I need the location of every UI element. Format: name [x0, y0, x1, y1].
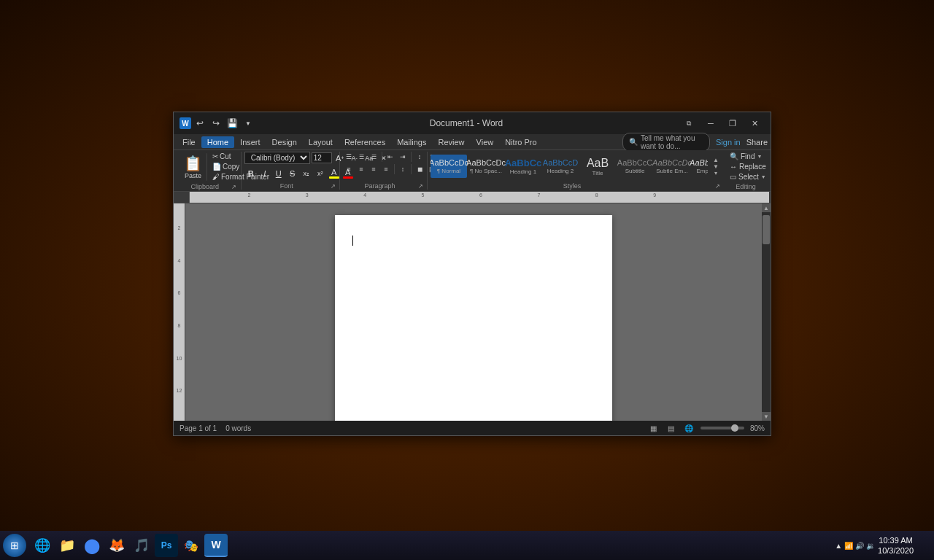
web-layout-btn[interactable]: 🌐	[683, 423, 695, 433]
highlight-btn[interactable]: A	[328, 167, 341, 180]
align-right-btn[interactable]: ≡	[368, 164, 379, 174]
find-btn[interactable]: 🔍 Find ▼	[727, 152, 765, 161]
system-tray: ▲ 📶 🔊 🔉	[835, 542, 875, 550]
read-mode-btn[interactable]: ▤	[665, 423, 677, 433]
cut-icon: ✂	[212, 152, 218, 160]
clipboard-group: 📋 Paste ✂ Cut 📄 Copy	[177, 152, 242, 190]
title-bar-tools: ↩ ↪ 💾 ▼	[194, 117, 254, 129]
paste-button[interactable]: 📋 Paste	[180, 153, 207, 181]
share-btn[interactable]: Share	[746, 138, 768, 147]
strikethrough-btn[interactable]: S	[286, 168, 299, 179]
line-spacing-btn[interactable]: ↕	[397, 164, 409, 174]
bullets-btn[interactable]: ☰	[343, 152, 355, 162]
menu-view[interactable]: View	[471, 136, 500, 148]
bold-btn[interactable]: B	[244, 168, 258, 179]
menu-references[interactable]: References	[339, 136, 391, 148]
increase-indent-btn[interactable]: ⇥	[397, 152, 409, 162]
sign-in-btn[interactable]: Sign in	[716, 138, 741, 147]
menu-nitro[interactable]: Nitro Pro	[499, 136, 542, 148]
underline-btn[interactable]: U	[272, 168, 285, 179]
font-color-bar	[343, 176, 353, 179]
document-area[interactable]	[185, 203, 762, 421]
font-size-input[interactable]	[312, 152, 332, 163]
styles-expand[interactable]: ↗	[714, 182, 721, 190]
menu-home[interactable]: Home	[201, 136, 234, 148]
speaker-icon[interactable]: 🔉	[866, 542, 875, 550]
style-normal-btn[interactable]: AaBbCcDc ¶ Normal	[431, 155, 467, 178]
scroll-thumb[interactable]	[763, 215, 770, 244]
redo-btn[interactable]: ↪	[210, 117, 222, 129]
network-icon[interactable]: 📶	[844, 542, 853, 550]
zoom-thumb[interactable]	[731, 424, 738, 432]
multilevel-btn[interactable]: ☰	[368, 152, 379, 162]
menu-design[interactable]: Design	[266, 136, 303, 148]
tray-arrow-icon[interactable]: ▲	[835, 542, 842, 550]
shading-btn[interactable]: ◼	[414, 164, 425, 174]
windows-logo-icon: ⊞	[10, 540, 19, 551]
taskbar-ps-icon[interactable]: Ps	[155, 534, 178, 557]
select-btn[interactable]: ▭ Select ▼	[727, 172, 769, 182]
align-center-btn[interactable]: ≡	[355, 164, 367, 174]
font-content: Calibri (Body) A+ A- Aa ✕ B I U	[244, 152, 336, 181]
menu-layout[interactable]: Layout	[303, 136, 339, 148]
sort-btn[interactable]: ↕	[414, 152, 425, 162]
style-subtitle-btn[interactable]: AaBbCcC Subtitle	[617, 155, 653, 178]
decrease-indent-btn[interactable]: ⇤	[385, 152, 396, 162]
scroll-track[interactable]	[762, 212, 771, 412]
style-title-btn[interactable]: AaB Title	[579, 155, 616, 178]
taskbar-clock[interactable]: 10:39 AM 10/3/2020	[878, 535, 914, 556]
font-name-selector[interactable]: Calibri (Body)	[244, 152, 310, 164]
superscript-btn[interactable]: x²	[314, 168, 327, 179]
close-btn[interactable]: ✕	[744, 116, 765, 131]
undo-btn[interactable]: ↩	[194, 117, 206, 129]
desktop: W ↩ ↪ 💾 ▼ Document1 - Word ⧉ ─ ❐ ✕ File …	[0, 0, 934, 560]
show-desktop-btn[interactable]	[916, 540, 928, 551]
start-button[interactable]: ⊞	[3, 534, 26, 557]
taskbar-word-icon[interactable]: W	[204, 534, 228, 557]
styles-scroll-arrows[interactable]: ▲ ▼ ▾	[711, 157, 721, 176]
minimize-btn[interactable]: ─	[700, 116, 721, 131]
styles-more-icon[interactable]: ▾	[714, 170, 717, 176]
menu-review[interactable]: Review	[433, 136, 471, 148]
style-no-spacing-btn[interactable]: AaBbCcDc ¶ No Spac...	[468, 155, 504, 178]
replace-btn[interactable]: ↔ Replace	[727, 162, 769, 171]
paragraph-label: Paragraph ↗	[343, 181, 424, 190]
menu-insert[interactable]: Insert	[234, 136, 266, 148]
zoom-slider[interactable]	[700, 427, 744, 429]
numbering-btn[interactable]: ☰	[355, 152, 367, 162]
customize-btn[interactable]: ▼	[242, 117, 254, 129]
copy-icon: 📄	[212, 163, 221, 171]
paragraph-expand[interactable]: ↗	[417, 182, 424, 190]
font-expand[interactable]: ↗	[329, 182, 336, 190]
taskbar-media-icon[interactable]: 🎵	[130, 534, 153, 557]
document-page[interactable]	[335, 215, 612, 421]
scroll-up-btn[interactable]: ▲	[762, 203, 771, 212]
menu-file[interactable]: File	[177, 136, 201, 148]
style-emphasis-btn[interactable]: AaBbCcDc Emphasis	[691, 155, 708, 178]
font-color-btn[interactable]: A	[341, 167, 355, 180]
style-heading2-btn[interactable]: AaBbCcD Heading 2	[542, 155, 579, 178]
taskbar-chrome-icon[interactable]: ⬤	[80, 534, 104, 557]
style-subtle-emphasis-btn[interactable]: AaBbCcDc Subtle Em...	[654, 155, 690, 178]
restore-down-btn[interactable]: ⧉	[679, 116, 699, 131]
italic-btn[interactable]: I	[258, 168, 271, 179]
justify-btn[interactable]: ≡	[380, 164, 392, 174]
taskbar-explorer-icon[interactable]: 📁	[55, 534, 79, 557]
clipboard-expand[interactable]: ↗	[231, 183, 238, 190]
styles-scroll: AaBbCcDc ¶ Normal AaBbCcDc ¶ No Spac... …	[431, 155, 708, 178]
highlight-color-bar	[329, 176, 339, 179]
volume-icon[interactable]: 🔊	[855, 542, 864, 550]
restore-btn[interactable]: ❐	[722, 116, 743, 131]
save-btn[interactable]: 💾	[226, 117, 238, 129]
tell-me-search[interactable]: 🔍 Tell me what you want to do...	[622, 133, 710, 152]
editing-group: 🔍 Find ▼ ↔ Replace ▭ Select ▼	[724, 152, 768, 190]
menu-mailings[interactable]: Mailings	[391, 136, 432, 148]
taskbar-app5-icon[interactable]: 🎭	[180, 534, 203, 557]
style-heading1-btn[interactable]: AaBbCc Heading 1	[505, 155, 541, 178]
print-layout-btn[interactable]: ▦	[648, 423, 660, 433]
subscript-btn[interactable]: x₂	[300, 168, 313, 179]
scroll-down-btn[interactable]: ▼	[762, 412, 771, 421]
taskbar-firefox-icon[interactable]: 🦊	[105, 534, 128, 557]
taskbar-ie-icon[interactable]: 🌐	[31, 534, 54, 557]
menu-bar: File Home Insert Design Layout Reference…	[174, 134, 771, 150]
